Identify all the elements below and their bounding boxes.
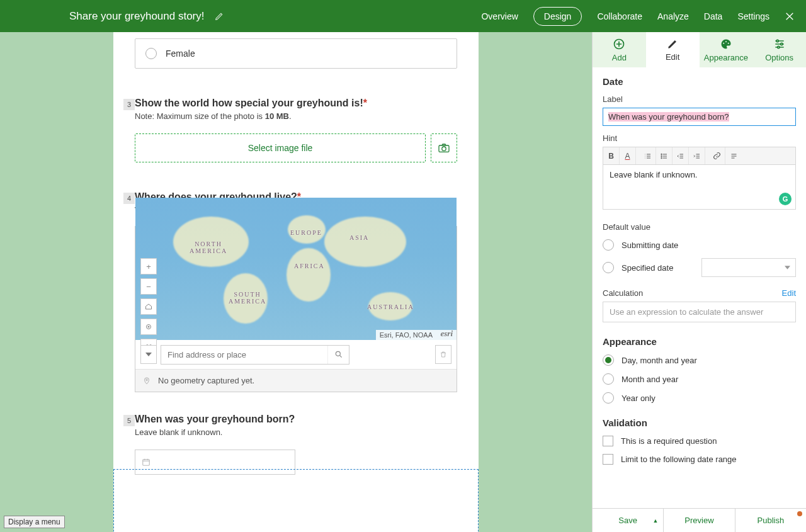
svg-point-2 [336, 351, 340, 356]
panel-tab-appearance[interactable]: Appearance [700, 32, 753, 67]
radio-icon [603, 373, 614, 385]
section-heading: Validation [603, 417, 796, 428]
color-button[interactable]: A [620, 147, 636, 165]
radio-label: Day, month and year [622, 356, 697, 365]
validation-required-check[interactable]: This is a required question [603, 436, 796, 446]
panel-tab-add[interactable]: Add [593, 32, 646, 67]
map-clear-button[interactable] [435, 345, 451, 364]
panel-tab-edit[interactable]: Edit [646, 32, 700, 67]
map-search [161, 345, 349, 365]
svg-point-15 [777, 46, 779, 48]
map-search-input[interactable] [161, 346, 327, 364]
date-input[interactable] [135, 450, 295, 475]
plus-circle-icon [613, 38, 625, 50]
indent-button[interactable] [689, 147, 705, 165]
svg-point-16 [661, 154, 662, 155]
radio-label: Month and year [622, 375, 678, 384]
locate-button[interactable] [140, 319, 157, 335]
svg-point-4 [148, 326, 149, 327]
radio-icon [603, 392, 614, 404]
field-label: Label [603, 94, 796, 104]
publish-button[interactable]: Publish [735, 509, 806, 532]
panel-tab-label: Appearance [704, 53, 748, 62]
svg-point-14 [780, 43, 782, 45]
hint-editor[interactable]: Leave blank if unknown. G [603, 164, 796, 210]
label-input[interactable]: When was your greyhound born? [603, 108, 796, 126]
panel-footer: Save ▲ Preview Publish [593, 508, 806, 532]
tools-icon[interactable] [785, 11, 795, 21]
question-title: Show the world how special your greyhoun… [135, 98, 363, 108]
nav-collaborate[interactable]: Collaborate [597, 11, 642, 21]
zoom-in-button[interactable]: + [140, 258, 157, 274]
appearance-my-radio[interactable]: Month and year [603, 373, 796, 385]
properties-panel: Add Edit Appearance Options [592, 32, 806, 532]
camera-button[interactable] [431, 133, 457, 162]
pencil-icon [667, 38, 678, 50]
checkbox-icon [603, 436, 613, 446]
radio-option[interactable]: Female [135, 38, 457, 69]
edit-title-icon[interactable] [215, 12, 224, 21]
question-5[interactable]: 5 When was your greyhound born? Leave bl… [135, 414, 457, 500]
default-specified-radio[interactable]: Specified date [603, 258, 796, 277]
unsaved-dot-icon [797, 511, 802, 516]
calc-placeholder: Use an expression to calculate the answe… [610, 307, 763, 317]
panel-tab-label: Edit [666, 52, 679, 62]
question-number: 4 [123, 193, 135, 204]
validation-range-check[interactable]: Limit to the following date range [603, 454, 796, 465]
continent-label: Asia [349, 234, 369, 241]
map-layer-dropdown[interactable] [140, 345, 157, 364]
nav-analyze[interactable]: Analyze [657, 11, 689, 21]
nav-data[interactable]: Data [704, 11, 723, 21]
panel-tab-label: Options [765, 53, 793, 62]
default-submitting-radio[interactable]: Submitting date [603, 239, 796, 251]
save-button[interactable]: Save ▲ [593, 509, 664, 532]
checkbox-label: This is a required question [621, 436, 717, 446]
grammarly-icon[interactable]: G [779, 193, 792, 205]
radio-label: Female [166, 48, 195, 59]
svg-point-18 [661, 157, 662, 159]
link-button[interactable] [709, 147, 725, 165]
continent-label: Australia [367, 303, 414, 310]
continent-label: North America [190, 241, 227, 254]
panel-tab-label: Add [612, 53, 627, 62]
outdent-button[interactable] [673, 147, 689, 165]
top-nav: Overview Design Collaborate Analyze Data… [481, 7, 795, 26]
continent-label: Europe [290, 229, 322, 236]
svg-point-10 [723, 42, 724, 43]
chevron-up-icon: ▲ [652, 518, 658, 524]
panel-tab-options[interactable]: Options [752, 32, 806, 67]
select-image-button[interactable]: Select image file [135, 133, 426, 162]
svg-point-13 [776, 40, 778, 42]
map-canvas[interactable]: North America South America Europe Afric… [135, 198, 457, 340]
radio-icon [603, 354, 614, 366]
appearance-dmy-radio[interactable]: Day, month and year [603, 354, 796, 366]
question-number: 5 [123, 415, 135, 426]
appearance-y-radio[interactable]: Year only [603, 392, 796, 404]
ul-button[interactable] [656, 147, 673, 165]
calc-input[interactable]: Use an expression to calculate the answe… [603, 302, 796, 322]
question-hint: Leave blank if unknown. [135, 427, 457, 437]
clear-format-button[interactable] [725, 147, 742, 165]
nav-overview[interactable]: Overview [481, 11, 518, 21]
map-status-text: No geometry captured yet. [158, 376, 254, 385]
field-label: Hint [603, 133, 796, 143]
checkbox-label: Limit to the following date range [621, 455, 737, 464]
radio-icon [145, 48, 157, 59]
bold-button[interactable]: B [603, 147, 620, 165]
radio-label: Year only [622, 393, 656, 403]
zoom-out-button[interactable]: − [140, 278, 157, 295]
section-heading: Date [603, 76, 796, 87]
nav-design[interactable]: Design [533, 7, 582, 26]
calc-edit-link[interactable]: Edit [782, 288, 796, 298]
section-heading: Appearance [603, 336, 796, 347]
nav-settings[interactable]: Settings [737, 11, 769, 21]
question-3[interactable]: 3 Show the world how special your greyho… [135, 98, 457, 162]
home-extent-button[interactable] [140, 298, 157, 315]
search-icon[interactable] [327, 346, 349, 364]
palette-icon [720, 38, 732, 50]
svg-point-1 [442, 147, 446, 150]
specified-date-picker[interactable] [701, 258, 796, 277]
ol-button[interactable] [640, 147, 656, 165]
preview-button[interactable]: Preview [664, 509, 735, 532]
question-4[interactable]: 4 Where does your greyhound live?* Tip: … [135, 191, 457, 392]
